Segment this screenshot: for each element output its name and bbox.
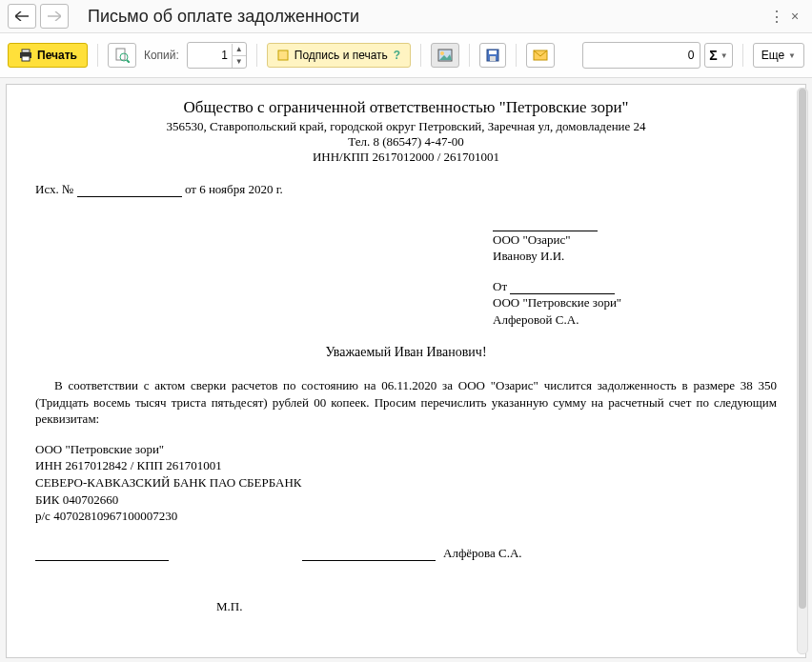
email-button[interactable] xyxy=(526,43,555,68)
signature-row: Алфёрова С.А. xyxy=(35,546,777,561)
print-button[interactable]: Печать xyxy=(8,43,88,68)
from-blank-line xyxy=(510,280,615,294)
print-label: Печать xyxy=(37,49,77,62)
org-innkpp: ИНН/КПП 2617012000 / 261701001 xyxy=(35,150,777,165)
scrollbar-thumb[interactable] xyxy=(799,89,806,609)
nav-forward-button[interactable] xyxy=(40,4,69,29)
req-org: ООО "Петровские зори" xyxy=(35,441,777,458)
sender-org: ООО "Петровские зори" xyxy=(493,294,777,311)
sigma-icon: Σ xyxy=(709,48,717,63)
requisites-block: ООО "Петровские зори" ИНН 2617012842 / К… xyxy=(35,441,777,525)
sum-value: 0 xyxy=(688,49,695,62)
svg-point-8 xyxy=(440,51,444,55)
svg-rect-11 xyxy=(490,56,496,61)
svg-rect-6 xyxy=(278,50,288,60)
recipient-block: ООО "Озарис" Иванову И.И. От ООО "Петров… xyxy=(493,214,777,328)
org-phone: Тел. 8 (86547) 4-47-00 xyxy=(35,134,777,150)
stamp-placeholder: М.П. xyxy=(216,599,777,614)
position-blank xyxy=(35,547,169,561)
svg-rect-1 xyxy=(22,50,30,52)
separator xyxy=(742,44,743,67)
stamp-icon xyxy=(277,50,289,61)
sender-person: Алферовой С.А. xyxy=(493,311,777,329)
save-button[interactable] xyxy=(479,43,506,68)
separator xyxy=(97,44,98,67)
outgoing-number-blank xyxy=(77,183,182,197)
arrow-left-icon xyxy=(15,11,29,21)
sum-display: 0 xyxy=(582,42,700,69)
preview-button[interactable] xyxy=(108,43,136,68)
req-inn: ИНН 2617012842 / КПП 261701001 xyxy=(35,457,777,474)
svg-line-5 xyxy=(127,60,130,63)
kebab-icon: ⋮ xyxy=(769,8,783,26)
separator xyxy=(469,44,470,67)
nav-back-button[interactable] xyxy=(8,4,36,29)
sign-label: Подпись и печать xyxy=(294,49,388,62)
copies-label: Копий: xyxy=(140,49,183,62)
picture-icon xyxy=(437,49,453,62)
document-magnifier-icon xyxy=(114,48,130,63)
printer-icon xyxy=(18,49,33,62)
sigma-button[interactable]: Σ ▼ xyxy=(704,43,732,68)
recipient-blank-line xyxy=(493,217,598,231)
dropdown-icon: ▼ xyxy=(721,51,728,60)
salutation: Уважаемый Иван Иванович! xyxy=(35,345,777,360)
svg-rect-10 xyxy=(489,50,497,54)
outgoing-reference: Исх. № от 6 ноября 2020 г. xyxy=(35,182,777,197)
vertical-scrollbar[interactable] xyxy=(797,88,808,654)
from-label: От xyxy=(493,279,507,293)
sign-and-print-button[interactable]: Подпись и печать ? xyxy=(267,43,411,68)
req-bank: СЕВЕРО-КАВКАЗСКИЙ БАНК ПАО СБЕРБАНК xyxy=(35,474,777,491)
signature-blank xyxy=(302,547,436,561)
letter-body: В соответствии с актом сверки расчетов п… xyxy=(35,377,777,428)
outgoing-date: 6 ноября 2020 г. xyxy=(199,182,283,196)
copies-input[interactable] xyxy=(188,44,232,67)
image-button[interactable] xyxy=(431,43,459,68)
recipient-person: Иванову И.И. xyxy=(493,248,777,265)
document-page: Общество с ограниченной ответственностью… xyxy=(6,84,806,658)
separator xyxy=(516,44,517,67)
spinner-down[interactable]: ▼ xyxy=(233,56,246,68)
more-label: Еще xyxy=(761,49,784,62)
dropdown-icon: ▼ xyxy=(788,51,796,60)
org-address: 356530, Ставропольский край, городской о… xyxy=(35,119,777,134)
close-icon: × xyxy=(791,9,799,24)
req-bik: БИК 040702660 xyxy=(35,491,777,509)
window-menu-button[interactable]: ⋮ xyxy=(766,7,785,26)
outgoing-prefix: Исх. № xyxy=(35,182,73,196)
more-button[interactable]: Еще ▼ xyxy=(753,43,804,68)
arrow-right-icon xyxy=(48,11,61,21)
separator xyxy=(420,44,421,67)
org-name: Общество с ограниченной ответственностью… xyxy=(35,98,777,117)
req-account: р/с 40702810967100007230 xyxy=(35,508,777,525)
spinner-buttons: ▲ ▼ xyxy=(232,44,246,68)
floppy-icon xyxy=(486,49,499,62)
svg-rect-2 xyxy=(22,56,30,61)
copies-spinner[interactable]: ▲ ▼ xyxy=(187,42,247,69)
signer-name: Алфёрова С.А. xyxy=(443,546,522,561)
title-bar: Письмо об оплате задолженности ⋮ × xyxy=(0,0,812,33)
recipient-org: ООО "Озарис" xyxy=(493,231,777,249)
letterhead: Общество с ограниченной ответственностью… xyxy=(35,98,777,165)
spinner-up[interactable]: ▲ xyxy=(233,44,246,56)
document-viewport: Общество с ограниченной ответственностью… xyxy=(0,78,812,662)
close-button[interactable]: × xyxy=(785,7,804,26)
toolbar: Печать Копий: ▲ ▼ Подпись и печать ? 0 Σ… xyxy=(0,33,812,78)
window-title: Письмо об оплате задолженности xyxy=(88,7,766,27)
help-icon: ? xyxy=(394,49,400,62)
separator xyxy=(256,44,257,67)
envelope-icon xyxy=(533,50,548,61)
outgoing-date-prefix: от xyxy=(185,182,196,196)
